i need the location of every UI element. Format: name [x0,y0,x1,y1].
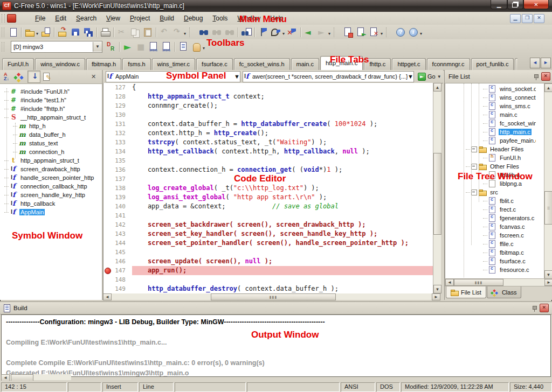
chevron-down-icon[interactable]: ▾ [184,28,187,36]
file-tab-port-funlib-h[interactable]: port_funlib.h [515,58,518,70]
rebuild-icon[interactable] [368,26,380,38]
file-tree-item[interactable]: Other Files [445,162,536,171]
mdi-restore-button[interactable]: ❒ [522,14,533,23]
collapse-icon[interactable] [471,146,477,152]
collapse-icon[interactable] [471,164,477,170]
symbol-tree[interactable]: #include "FunUI.h"#include "test1.h"#inc… [0,84,102,298]
symbol-item[interactable]: #include "FunUI.h" [0,87,102,96]
close-button[interactable]: ✕ [523,0,549,9]
toolbar-grip[interactable] [2,42,4,52]
breakpoint-margin[interactable] [104,184,111,193]
scroll-down-icon[interactable]: ▼ [544,270,552,279]
file-tree-item[interactable]: fgenerators.c [445,214,536,222]
current-symbol-combo[interactable]: AppMain ▼ [106,71,240,82]
sort-alphabetic-icon[interactable] [2,71,13,82]
save-icon[interactable] [70,26,81,38]
menu-item-edit[interactable]: Edit [50,13,71,24]
symbol-item[interactable]: http_h [0,122,102,130]
symbol-item[interactable]: #include "test1.h" [0,96,102,104]
file-tree-item[interactable]: fblit.c [445,197,536,205]
chevron-down-icon[interactable]: ▾ [282,28,286,36]
chevron-down-icon[interactable]: ▾ [203,43,206,51]
menu-item-file[interactable]: File [30,13,50,24]
file-tree-item[interactable]: fresource.c [445,265,536,274]
scroll-left-icon[interactable]: ◄ [445,279,454,286]
file-tree-item[interactable]: fscreen.c [445,231,536,240]
symbol-properties-icon[interactable] [42,71,53,82]
file-tree-item[interactable]: payfee_main.c [445,136,536,145]
save-all-icon[interactable] [82,26,94,38]
file-tab-fsms-h[interactable]: fsms.h [122,58,150,70]
sort-by-visibility-icon[interactable] [27,71,40,83]
file-tree-vertical-scrollbar[interactable]: ▲ ☰ ▼ [544,83,552,279]
file-tree-horizontal-scrollbar[interactable]: ◄ ▮▮▮ ► [445,278,552,286]
breakpoint-margin[interactable] [104,101,111,110]
file-tree-item[interactable]: http_main.c [445,128,536,136]
restore-button[interactable] [507,0,523,9]
tab-scroll-left-icon[interactable]: ◄ [530,58,540,68]
build-config-combo[interactable]: [D] mingw3 ▼ [11,41,102,53]
clear-bookmarks-icon[interactable] [286,26,298,38]
scrollbar-thumb[interactable]: ☰ [544,191,552,225]
file-tab-http-main-c[interactable]: http_main.c [320,56,363,70]
chevron-down-icon[interactable]: ▼ [234,72,240,81]
find-icon[interactable] [198,26,210,38]
breakpoint-margin[interactable] [104,165,111,174]
breakpoint-icon[interactable] [105,268,111,274]
group-members-icon[interactable] [15,71,26,82]
symbol-item[interactable]: connection_callback_http [0,182,102,191]
symbol-item[interactable]: status_text [0,139,102,148]
file-tree-item[interactable]: libalib.a [445,171,536,179]
toolbar-grip[interactable] [2,27,4,37]
breakpoint-margin[interactable] [104,284,111,293]
breakpoint-margin[interactable] [104,193,111,202]
file-tab-main-c[interactable]: main.c [291,58,319,70]
run-icon[interactable] [122,41,134,53]
menu-item-build[interactable]: Build [155,13,179,24]
file-tab-wins-timer-c[interactable]: wins_timer.c [152,58,196,70]
debug-run-settings-icon[interactable] [105,41,117,53]
symbol-item[interactable]: AppMain [0,208,102,216]
file-tree-item[interactable]: FunUI.h [445,153,536,162]
go-button[interactable]: ► Go ▼ [416,71,443,82]
breakpoint-margin[interactable] [104,257,111,266]
find-in-files-icon[interactable] [240,26,252,38]
new-file-icon[interactable] [7,26,19,38]
symbol-item[interactable]: handle_screen_pointer_http [0,173,102,182]
editor-horizontal-scrollbar[interactable]: ◄ ▮▮▮ ► [103,293,440,300]
goto-bookmark-icon[interactable] [270,26,282,38]
chevron-down-icon[interactable]: ▼ [408,72,413,81]
mdi-close-button[interactable]: ✕ [534,14,544,23]
file-tree-item[interactable]: Header Files [445,145,536,153]
file-tab-fconnmngr-c[interactable]: fconnmngr.c [427,58,470,70]
file-tree-item[interactable]: fsurface.c [445,257,536,265]
menu-item-debug[interactable]: Debug [179,13,208,24]
breakpoint-margin[interactable] [104,147,111,156]
scroll-left-icon[interactable]: ◄ [103,293,112,300]
insert-file-icon[interactable] [40,26,52,38]
file-tree-item[interactable]: fc_socket_wins.c [445,119,536,128]
file-tab-port-funlib-c[interactable]: port_funlib.c [471,58,514,70]
editor-vertical-scrollbar[interactable]: ▲ ▼ [433,83,441,293]
chevron-down-icon[interactable]: ▾ [420,28,423,36]
breakpoint-margin[interactable] [104,110,111,120]
file-tree-item[interactable]: fbitmap.c [445,248,536,257]
build-horizontal-scrollbar[interactable]: ◄ [1,374,71,380]
panel-tab-class[interactable]: Class [487,286,522,298]
print-icon[interactable] [99,26,111,38]
menu-item-tools[interactable]: Tools [208,13,232,24]
breakpoint-margin[interactable] [104,202,111,211]
menu-item-search[interactable]: Search [71,13,101,24]
compile-binary-all-icon[interactable] [161,41,172,53]
toggle-bookmark-icon[interactable] [257,26,269,38]
menu-item-help[interactable]: Help [265,13,288,24]
breakpoint-margin[interactable] [104,211,111,220]
breakpoint-margin[interactable] [104,239,111,248]
menu-item-window[interactable]: Window [232,13,265,24]
tab-scroll-right-icon[interactable]: ► [541,58,551,68]
symbol-item[interactable]: connection_h [0,148,102,156]
file-tree-item[interactable]: main.c [445,110,536,119]
menubar-grip[interactable] [2,14,5,23]
close-icon[interactable] [541,72,550,81]
breakpoint-margin[interactable] [104,138,111,147]
